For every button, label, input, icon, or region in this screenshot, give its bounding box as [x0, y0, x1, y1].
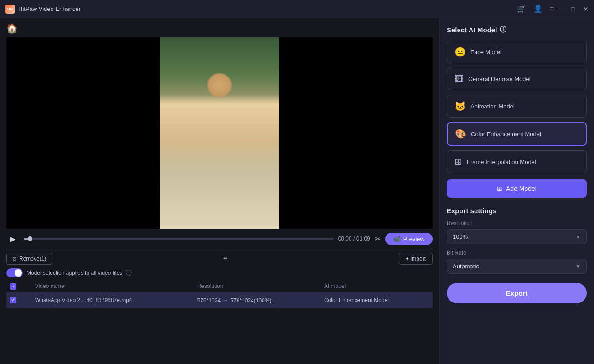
file-list-area: ⊖ Remove(1) ≡ + Import Model selection a…: [6, 249, 433, 308]
row-checkbox-cell: ✓: [6, 292, 20, 308]
preview-label: Preview: [403, 236, 424, 242]
ai-model-info-icon[interactable]: ⓘ: [500, 26, 506, 34]
model-card-animation[interactable]: 🐱 Animation Model: [447, 95, 587, 118]
bitrate-chevron-icon: ▼: [575, 263, 581, 270]
row-resolution: 576*1024 → 576*1024(100%): [194, 292, 320, 308]
preview-button[interactable]: 📹 Preview: [385, 233, 433, 245]
denoise-model-label: General Denoise Model: [468, 76, 531, 82]
model-card-denoise[interactable]: 🖼 General Denoise Model: [447, 68, 587, 90]
remove-button[interactable]: ⊖ Remove(1): [6, 253, 52, 265]
video-black-right: [279, 37, 433, 229]
face-model-label: Face Model: [470, 49, 501, 56]
row-ai-model: Color Enhancement Model: [320, 292, 433, 308]
scissors-icon[interactable]: ✂: [375, 235, 381, 243]
col-video-name: Video name: [31, 281, 194, 292]
video-content: [160, 37, 279, 229]
model-card-face[interactable]: 😐 Face Model: [447, 41, 587, 63]
col-checkbox: ✓: [6, 281, 20, 292]
model-card-color[interactable]: 🎨 Color Enhancement Model: [447, 122, 587, 146]
import-label: + Import: [406, 256, 426, 262]
model-toggle[interactable]: [6, 268, 23, 277]
title-bar: HP HitPaw Video Enhancer 🛒 👤 ≡ — □ ✕: [0, 0, 594, 18]
app-name: HitPaw Video Enhancer: [18, 5, 517, 12]
bitrate-select[interactable]: Automatic ▼: [447, 259, 587, 274]
remove-label: Remove(1): [19, 256, 46, 262]
resolution-chevron-icon: ▼: [575, 234, 581, 240]
row-video-name: WhatsApp Video 2....40_8379687e.mp4: [31, 292, 194, 308]
window-buttons: — □ ✕: [558, 6, 589, 12]
color-model-label: Color Enhancement Model: [471, 131, 541, 138]
row-checkbox[interactable]: ✓: [10, 297, 16, 303]
add-model-button[interactable]: ⊞ Add Model: [447, 179, 587, 198]
time-display: 00:00 / 01:09: [338, 236, 370, 242]
progress-thumb: [28, 236, 32, 241]
animation-model-label: Animation Model: [470, 103, 515, 110]
export-label: Export: [506, 289, 528, 297]
col-resolution: Resolution: [194, 281, 320, 292]
add-model-icon: ⊞: [497, 185, 502, 192]
home-icon[interactable]: 🏠: [6, 23, 18, 33]
video-black-left: [6, 37, 160, 229]
interpolation-model-label: Frame Interpolation Model: [467, 159, 536, 165]
face-model-icon: 😐: [455, 46, 466, 57]
resolution-from: 576*1024: [197, 297, 221, 304]
left-panel: 🏠 ▶ 00:00 / 01:09 ✂ 📹 Preview: [0, 18, 439, 364]
toggle-row: Model selection applies to all video fil…: [6, 268, 433, 277]
minus-circle-icon: ⊖: [12, 256, 17, 262]
resolution-to: 576*1024(100%): [230, 297, 271, 304]
col-ai-model: AI model: [320, 281, 433, 292]
select-all-checkbox[interactable]: ✓: [10, 283, 16, 290]
align-icon[interactable]: ≡: [57, 255, 394, 263]
add-model-label: Add Model: [506, 185, 537, 192]
close-button[interactable]: ✕: [583, 6, 589, 12]
bitrate-value: Automatic: [453, 263, 479, 270]
row-expand-cell: [20, 292, 31, 308]
title-bar-icons: 🛒 👤 ≡: [517, 5, 554, 13]
video-frame: [160, 37, 279, 229]
progress-bar[interactable]: [24, 238, 334, 240]
resolution-select[interactable]: 100% ▼: [447, 229, 587, 244]
table-row[interactable]: ✓ WhatsApp Video 2....40_8379687e.mp4 57…: [6, 292, 433, 308]
video-controls: ▶ 00:00 / 01:09 ✂ 📹 Preview: [6, 229, 433, 249]
home-icon-row: 🏠: [6, 23, 433, 34]
resolution-value: 100%: [453, 233, 468, 240]
import-button[interactable]: + Import: [399, 253, 433, 265]
minimize-button[interactable]: —: [558, 6, 563, 12]
animation-model-icon: 🐱: [455, 101, 466, 112]
model-card-interpolation[interactable]: ⊞ Frame Interpolation Model: [447, 150, 587, 173]
resolution-label: Resolution: [447, 220, 587, 226]
user-icon[interactable]: 👤: [533, 5, 542, 13]
interpolation-model-icon: ⊞: [455, 156, 462, 167]
denoise-model-icon: 🖼: [455, 74, 464, 84]
toggle-label: Model selection applies to all video fil…: [26, 270, 122, 276]
file-list-toolbar: ⊖ Remove(1) ≡ + Import: [6, 253, 433, 265]
play-button[interactable]: ▶: [6, 232, 19, 245]
file-table: ✓ Video name Resolution AI model ✓: [6, 281, 433, 308]
app-logo: HP: [5, 5, 15, 14]
bitrate-label: Bit Rate: [447, 250, 587, 256]
export-settings-title: Export settings: [447, 207, 587, 215]
restore-button[interactable]: □: [570, 6, 576, 12]
select-ai-model-label: Select AI Model: [447, 26, 497, 34]
cart-icon[interactable]: 🛒: [517, 5, 526, 13]
toggle-info-icon[interactable]: ⓘ: [126, 269, 132, 277]
preview-video-icon: 📹: [393, 236, 401, 242]
color-model-icon: 🎨: [455, 128, 466, 139]
menu-icon[interactable]: ≡: [550, 5, 554, 13]
col-expand: [20, 281, 31, 292]
main-layout: 🏠 ▶ 00:00 / 01:09 ✂ 📹 Preview: [0, 18, 594, 364]
right-panel: Select AI Model ⓘ 😐 Face Model 🖼 General…: [439, 18, 594, 364]
export-button[interactable]: Export: [447, 283, 587, 303]
ai-model-section-title: Select AI Model ⓘ: [447, 26, 587, 34]
resolution-arrow: →: [222, 297, 230, 304]
video-preview: [6, 37, 433, 229]
